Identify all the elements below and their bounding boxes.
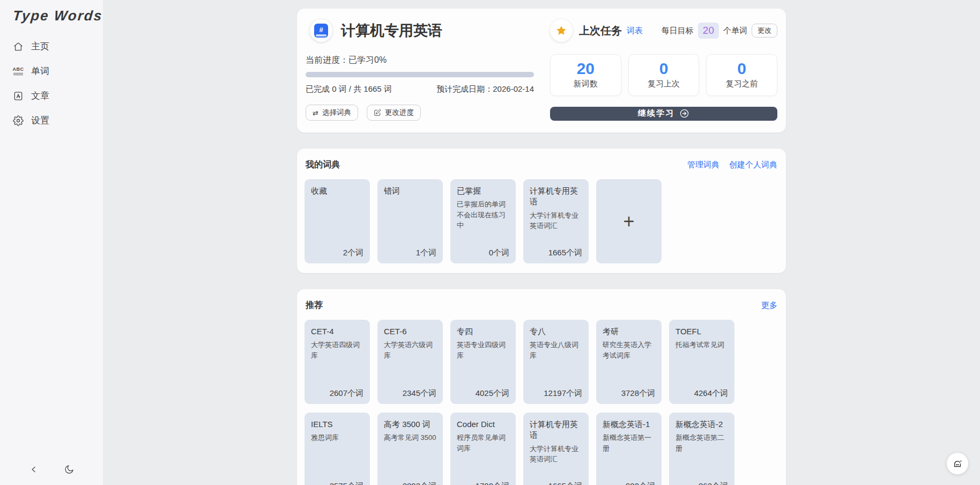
rec-card-tem8[interactable]: 专八 英语专业八级词库 12197个词 bbox=[523, 320, 589, 404]
rec-card-toefl[interactable]: TOEFL 托福考试常见词 4264个词 bbox=[669, 320, 734, 404]
rec-card-count: 900个词 bbox=[626, 481, 655, 485]
ai-assistant-button[interactable] bbox=[947, 453, 968, 474]
eta-label: 预计完成日期：2026-02-14 bbox=[436, 84, 534, 94]
my-dictionaries-title: 我的词典 bbox=[306, 159, 340, 171]
rec-card-subtitle: 新概念英语第二册 bbox=[675, 432, 728, 453]
dict-card-favorites[interactable]: 收藏 2个词 bbox=[305, 179, 370, 263]
rec-card-title: 专八 bbox=[530, 326, 582, 337]
current-dictionary-title: 计算机专用英语 bbox=[341, 21, 442, 40]
dict-card-count: 1665个词 bbox=[548, 248, 582, 258]
plus-icon: + bbox=[623, 212, 634, 231]
sidebar: Type Words 主页 ABC 单词 文章 设置 bbox=[0, 0, 103, 485]
rec-card-count: 2607个词 bbox=[330, 388, 363, 399]
moon-icon bbox=[64, 464, 75, 475]
dict-card-mastered[interactable]: 已掌握 已掌握后的单词不会出现在练习中 0个词 bbox=[450, 179, 516, 263]
article-book-icon bbox=[13, 91, 24, 101]
stat-value: 0 bbox=[707, 60, 777, 78]
dict-card-title: 错词 bbox=[384, 186, 436, 196]
rec-card-subtitle: 程序员常见单词词库 bbox=[457, 432, 509, 453]
swap-arrows-icon: ⇄ bbox=[313, 109, 318, 116]
home-icon bbox=[13, 41, 24, 52]
daily-goal-unit: 个单词 bbox=[723, 26, 747, 36]
edit-icon bbox=[374, 109, 381, 116]
rec-card-subtitle: 雅思词库 bbox=[311, 432, 363, 443]
rec-card-title: 专四 bbox=[457, 326, 509, 337]
rec-card-gaokao3500[interactable]: 高考 3500 词 高考常见词 3500 3893个词 bbox=[377, 413, 443, 485]
rec-card-count: 4025个词 bbox=[476, 388, 509, 399]
rec-card-cet6[interactable]: CET-6 大学英语六级词库 2345个词 bbox=[377, 320, 443, 404]
rec-card-tem4[interactable]: 专四 英语专业四级词库 4025个词 bbox=[450, 320, 516, 404]
dict-card-computer-english[interactable]: 计算机专用英语 大学计算机专业英语词汇 1665个词 bbox=[523, 179, 589, 263]
rec-card-count: 3575个词 bbox=[330, 481, 363, 485]
stat-label: 复习上次 bbox=[629, 79, 699, 89]
stat-review-before: 0 复习之前 bbox=[706, 54, 777, 96]
continue-learning-label: 继续学习 bbox=[638, 108, 674, 119]
rec-card-nce2[interactable]: 新概念英语-2 新概念英语第二册 862个词 bbox=[669, 413, 734, 485]
stat-new-words: 20 新词数 bbox=[550, 54, 621, 96]
rec-card-title: CET-4 bbox=[311, 326, 363, 337]
arrow-right-circle-icon bbox=[679, 108, 689, 119]
rec-card-subtitle: 研究生英语入学考试词库 bbox=[603, 340, 655, 361]
sidebar-item-words[interactable]: ABC 单词 bbox=[13, 65, 103, 77]
change-progress-button[interactable]: 更改进度 bbox=[367, 105, 421, 121]
recommended-section: 推荐 更多 CET-4 大学英语四级词库 2607个词 CET-6 大学英语六级… bbox=[297, 289, 786, 485]
sidebar-item-articles[interactable]: 文章 bbox=[13, 90, 103, 102]
rec-card-title: 新概念英语-2 bbox=[675, 419, 728, 430]
progress-bar bbox=[306, 72, 534, 77]
rec-card-subtitle: 大学英语六级词库 bbox=[384, 340, 436, 361]
rec-card-coder-dict[interactable]: Coder Dict 程序员常见单词词库 1700个词 bbox=[450, 413, 516, 485]
rec-card-kaoyan[interactable]: 考研 研究生英语入学考试词库 3728个词 bbox=[596, 320, 662, 404]
dict-card-title: 计算机专用英语 bbox=[530, 186, 582, 208]
rec-card-title: 高考 3500 词 bbox=[384, 419, 436, 430]
dict-card-count: 2个词 bbox=[343, 248, 363, 258]
chevron-left-icon bbox=[28, 464, 39, 475]
sidebar-item-settings[interactable]: 设置 bbox=[13, 114, 103, 127]
rec-card-title: 新概念英语-1 bbox=[603, 419, 655, 430]
dict-card-count: 1个词 bbox=[416, 248, 436, 258]
star-icon bbox=[555, 25, 567, 36]
current-dictionary-card: # 计算机专用英语 当前进度：已学习0% 已完成 0 词 / 共 1665 词 … bbox=[297, 9, 786, 133]
manage-dictionaries-link[interactable]: 管理词典 bbox=[687, 160, 719, 170]
rec-card-title: 计算机专用英语 bbox=[530, 419, 582, 441]
main-area: # 计算机专用英语 当前进度：已学习0% 已完成 0 词 / 共 1665 词 … bbox=[103, 0, 980, 485]
stat-review-last: 0 复习上次 bbox=[628, 54, 700, 96]
rec-card-computer-english[interactable]: 计算机专用英语 大学计算机专业英语词汇 1665个词 bbox=[523, 413, 589, 485]
select-dictionary-button[interactable]: ⇄ 选择词典 bbox=[306, 105, 358, 121]
change-goal-button[interactable]: 更改 bbox=[752, 24, 777, 38]
word-list-link[interactable]: 词表 bbox=[627, 26, 643, 36]
rec-card-count: 3728个词 bbox=[621, 388, 655, 399]
robot-assistant-icon bbox=[952, 458, 963, 469]
task-badge bbox=[550, 19, 573, 42]
rec-card-subtitle: 大学英语四级词库 bbox=[311, 340, 363, 361]
dict-card-count: 0个词 bbox=[489, 248, 509, 258]
change-progress-label: 更改进度 bbox=[385, 108, 414, 117]
rec-card-nce1[interactable]: 新概念英语-1 新概念英语第一册 900个词 bbox=[596, 413, 662, 485]
dict-card-subtitle: 大学计算机专业英语词汇 bbox=[530, 210, 582, 231]
dict-card-wrong-words[interactable]: 错词 1个词 bbox=[377, 179, 443, 263]
rec-card-ielts[interactable]: IELTS 雅思词库 3575个词 bbox=[305, 413, 370, 485]
create-dictionary-link[interactable]: 创建个人词典 bbox=[729, 160, 777, 170]
stat-value: 0 bbox=[629, 60, 699, 78]
last-task-title: 上次任务 bbox=[579, 24, 622, 38]
completed-words-label: 已完成 0 词 / 共 1665 词 bbox=[306, 84, 392, 94]
rec-card-count: 2345个词 bbox=[403, 388, 436, 399]
rec-card-title: TOEFL bbox=[675, 326, 728, 337]
collapse-sidebar-button[interactable] bbox=[28, 464, 40, 475]
stat-label: 新词数 bbox=[551, 79, 621, 89]
dark-mode-toggle[interactable] bbox=[63, 464, 75, 475]
sidebar-item-home[interactable]: 主页 bbox=[13, 40, 103, 53]
sidebar-item-label: 主页 bbox=[31, 40, 49, 53]
sidebar-item-label: 文章 bbox=[31, 90, 49, 102]
more-link[interactable]: 更多 bbox=[761, 300, 777, 311]
rec-card-count: 862个词 bbox=[699, 481, 728, 485]
rec-card-count: 12197个词 bbox=[544, 388, 582, 399]
rec-card-subtitle: 英语专业四级词库 bbox=[457, 340, 509, 361]
rec-card-count: 3893个词 bbox=[403, 481, 436, 485]
add-dictionary-card[interactable]: + bbox=[596, 179, 662, 263]
stat-value: 20 bbox=[551, 60, 621, 78]
daily-goal-label: 每日目标 bbox=[662, 26, 694, 36]
rec-card-subtitle: 英语专业八级词库 bbox=[530, 340, 582, 361]
continue-learning-button[interactable]: 继续学习 bbox=[550, 107, 777, 121]
sidebar-footer bbox=[0, 464, 103, 475]
rec-card-cet4[interactable]: CET-4 大学英语四级词库 2607个词 bbox=[305, 320, 370, 404]
